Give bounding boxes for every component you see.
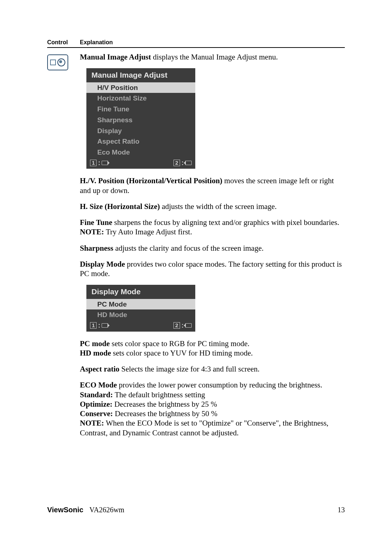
- header-explanation: Explanation: [80, 39, 113, 46]
- enter-icon: [102, 161, 108, 165]
- osd-item: Horizontal Size: [86, 93, 195, 104]
- osd-display-mode: Display Mode PC Mode HD Mode 1 : 2 :: [86, 285, 195, 331]
- osd-title: Display Mode: [86, 285, 195, 299]
- osd-title: Manual Image Adjust: [86, 68, 195, 82]
- osd-item: H/V Position: [86, 82, 195, 93]
- aspect-ratio-text: Aspect ratio Selects the image size for …: [80, 364, 345, 374]
- osd-item: Eco Mode: [86, 147, 195, 158]
- footer-model: VA2626wm: [89, 506, 124, 514]
- page-footer: ViewSonic VA2626wm 13: [47, 506, 345, 514]
- hsize-text: H. Size (Horizontal Size) adjusts the wi…: [80, 202, 345, 211]
- osd-item: Aspect Ratio: [86, 136, 195, 147]
- intro-text: Manual Image Adjust displays the Manual …: [80, 52, 345, 62]
- eco-conserve-text: Conserve: Decreases the brightness by 50…: [80, 409, 345, 418]
- header-control: Control: [47, 39, 80, 46]
- osd-item: Fine Tune: [86, 104, 195, 115]
- osd-item: Display: [86, 126, 195, 136]
- footer-brand: ViewSonic: [47, 506, 83, 514]
- osd-item: Sharpness: [86, 115, 195, 126]
- manual-image-adjust-icon: [47, 54, 68, 70]
- exit-icon: [185, 323, 192, 328]
- osd-item: PC Mode: [86, 299, 195, 310]
- eco-optimize-text: Optimize: Decreases the brightness by 25…: [80, 399, 345, 409]
- finetune-note: NOTE: Try Auto Image Adjust first.: [80, 227, 345, 237]
- hv-position-text: H./V. Position (Horizontal/Vertical Posi…: [80, 176, 345, 195]
- page-number: 13: [338, 506, 345, 514]
- pc-mode-text: PC mode sets color space to RGB for PC t…: [80, 339, 345, 348]
- display-mode-text: Display Mode provides two color space mo…: [80, 259, 345, 279]
- column-headers: Control Explanation: [47, 39, 345, 46]
- finetune-text: Fine Tune sharpens the focus by aligning…: [80, 218, 345, 227]
- divider: [47, 47, 345, 48]
- enter-icon: [102, 323, 108, 328]
- eco-note-text: NOTE: When the ECO Mode is set to "Optim…: [80, 418, 345, 438]
- exit-icon: [185, 161, 192, 165]
- eco-mode-text: ECO Mode provides the lower power consum…: [80, 380, 345, 390]
- eco-standard-text: Standard: The default brightness setting: [80, 390, 345, 399]
- osd-manual-image-adjust: Manual Image Adjust H/V Position Horizon…: [86, 68, 195, 169]
- osd-footer: 1 : 2 :: [86, 320, 195, 332]
- osd-footer: 1 : 2 :: [86, 158, 195, 169]
- osd-item: HD Mode: [86, 309, 195, 320]
- sharpness-text: Sharpness adjusts the clarity and focus …: [80, 243, 345, 253]
- hd-mode-text: HD mode sets color space to YUV for HD t…: [80, 348, 345, 358]
